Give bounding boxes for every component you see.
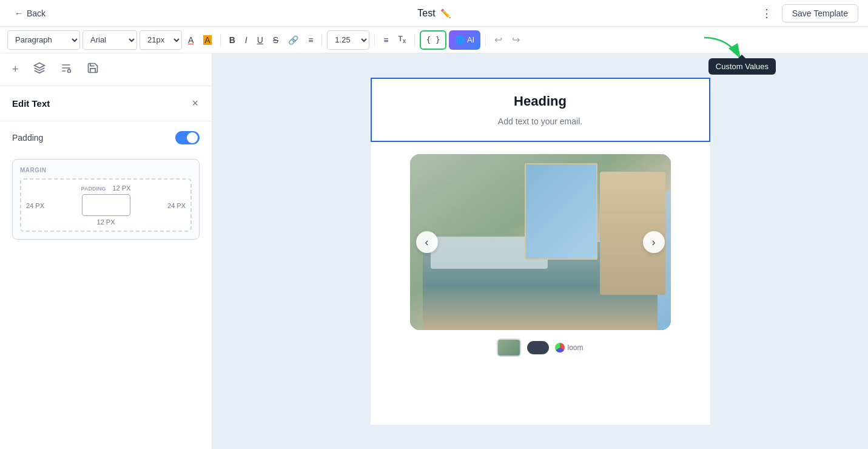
layers-icon <box>33 62 45 77</box>
carousel-thumbnail-1[interactable] <box>497 339 521 357</box>
highlight-icon: A <box>203 35 211 45</box>
page-title: Test <box>417 8 435 19</box>
padding-inner-content <box>82 194 130 216</box>
padding-middle-row: 24 PX 24 PX <box>26 194 186 216</box>
carousel-prev-button[interactable]: ‹ <box>416 231 438 253</box>
padding-box: PADDING 12 PX 24 PX 24 PX 12 PX <box>20 178 192 232</box>
email-heading: Heading <box>386 93 695 109</box>
list-icon: ≡ <box>383 35 388 45</box>
padding-right-value: 24 PX <box>167 202 186 209</box>
redo-button[interactable]: ↪ <box>508 31 523 49</box>
header-right: ⋮ Save Template <box>759 4 858 22</box>
header: ← Back Test ✏️ ⋮ Save Template <box>0 0 868 27</box>
svg-point-1 <box>67 70 70 73</box>
font-family-select[interactable]: Arial Georgia Helvetica <box>82 30 137 50</box>
bedroom-background <box>410 154 671 330</box>
sidebar-header: Edit Text × <box>0 86 212 121</box>
margin-padding-box: MARGIN PADDING 12 PX 24 PX 24 PX 12 PX <box>12 159 200 240</box>
back-arrow-icon: ← <box>15 8 23 18</box>
format-icon <box>60 62 72 77</box>
padding-label: Padding <box>12 133 43 143</box>
paragraph-style-select[interactable]: Paragraph Heading 1 Heading 2 <box>7 30 80 50</box>
padding-toggle[interactable] <box>175 131 200 144</box>
more-options-button[interactable]: ⋮ <box>759 4 775 22</box>
email-template: Heading Add text to your email. <box>371 78 710 425</box>
font-size-select[interactable]: 21px 14px 18px 24px <box>140 30 182 50</box>
save-button[interactable] <box>84 59 101 79</box>
padding-toggle-row: Padding <box>0 121 212 154</box>
carousel-thumbnails: loom <box>371 339 710 357</box>
layers-button[interactable] <box>31 59 48 79</box>
sidebar-title: Edit Text <box>12 98 50 109</box>
padding-right-area: 24 PX <box>167 200 186 211</box>
sidebar: + <box>0 53 212 449</box>
ai-button[interactable]: 🌐 AI <box>449 30 480 50</box>
italic-button[interactable]: I <box>241 31 251 49</box>
underline-button[interactable]: U <box>254 31 267 49</box>
strikethrough-button[interactable]: S <box>269 31 282 49</box>
clear-format-button[interactable]: Tx <box>395 31 410 49</box>
divider-1 <box>220 34 221 46</box>
format-button[interactable] <box>58 59 75 79</box>
padding-left-value: 24 PX <box>26 202 44 209</box>
custom-values-button[interactable]: { } <box>420 30 446 50</box>
undo-button[interactable]: ↩ <box>491 31 506 49</box>
ai-globe-icon: 🌐 <box>455 35 465 44</box>
back-label: Back <box>27 8 45 18</box>
margin-label: MARGIN <box>20 167 192 174</box>
padding-bottom-value: 12 PX <box>97 218 115 226</box>
clear-format-icon: Tx <box>399 35 406 44</box>
canvas-area: Heading Add text to your email. <box>212 53 868 449</box>
line-height-select[interactable]: 1.25 1.0 1.5 2.0 <box>327 30 369 50</box>
save-template-button[interactable]: Save Template <box>782 4 858 22</box>
divider-5 <box>485 34 486 46</box>
carousel-indicator-dot[interactable] <box>527 341 549 354</box>
link-button[interactable]: 🔗 <box>284 31 302 49</box>
bold-button[interactable]: B <box>226 31 239 49</box>
sidebar-toolbar: + <box>0 53 212 86</box>
padding-bottom-label: 12 PX <box>26 218 186 226</box>
close-sidebar-button[interactable]: × <box>190 96 200 111</box>
edit-icon[interactable]: ✏️ <box>440 8 451 18</box>
text-block[interactable]: Heading Add text to your email. <box>371 78 710 142</box>
divider-2 <box>321 34 322 46</box>
divider-3 <box>374 34 375 46</box>
custom-values-tooltip: Custom Values <box>708 58 776 75</box>
align-button[interactable]: ≡ <box>304 31 317 49</box>
padding-left-area: 24 PX <box>26 200 44 211</box>
link-icon: 🔗 <box>288 35 298 45</box>
text-toolbar: Paragraph Heading 1 Heading 2 Arial Geor… <box>0 27 868 53</box>
plus-icon: + <box>12 63 19 76</box>
carousel-next-button[interactable]: › <box>643 231 665 253</box>
text-color-button[interactable]: A <box>184 31 197 49</box>
header-center: Test ✏️ <box>417 8 450 19</box>
padding-top-value: 12 PX <box>112 184 130 192</box>
carousel-image-container: ‹ › <box>410 154 671 330</box>
divider-4 <box>414 34 415 46</box>
loom-logo-area: loom <box>555 343 583 353</box>
padding-top-label: PADDING 12 PX <box>26 184 186 192</box>
loom-label: loom <box>567 343 583 352</box>
back-button[interactable]: ← Back <box>10 6 50 21</box>
loom-icon <box>555 343 565 353</box>
highlight-color-button[interactable]: A <box>200 31 215 49</box>
email-subtext: Add text to your email. <box>386 116 695 126</box>
carousel-block: ‹ › loom <box>371 142 710 366</box>
add-block-button[interactable]: + <box>10 61 21 78</box>
list-button[interactable]: ≡ <box>380 31 392 49</box>
text-color-icon: A <box>188 35 193 45</box>
align-icon: ≡ <box>308 35 313 45</box>
main-layout: + <box>0 53 868 449</box>
ai-label: AI <box>467 35 474 44</box>
header-left: ← Back <box>10 6 50 21</box>
save-icon <box>87 62 99 77</box>
